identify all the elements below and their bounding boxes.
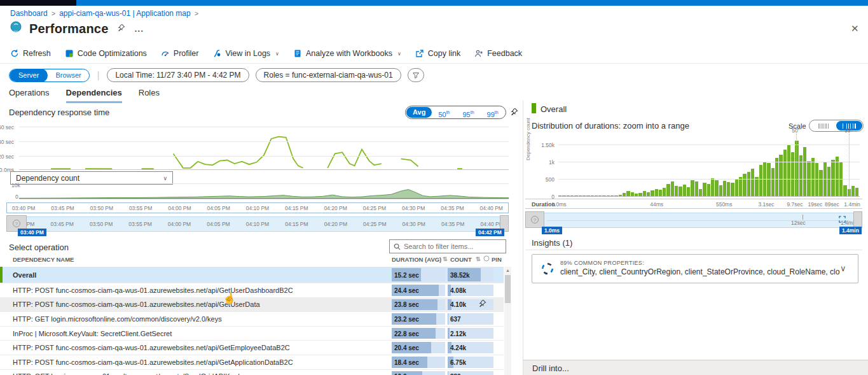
time-range-brush[interactable]: 03:40 PM03:45 PM03:50 PM03:55 PM04:00 PM…	[6, 216, 509, 232]
time-tick-label: 04:00 PM	[168, 205, 191, 211]
duration-tick-label: 89sec	[825, 201, 839, 208]
toolbar-code-optimizations-button[interactable]: Code Optimizations	[65, 49, 147, 58]
tab-dependencies[interactable]: Dependencies	[66, 88, 122, 103]
toggle-option-browser[interactable]: Browser	[48, 69, 88, 82]
tab-operations[interactable]: Operations	[9, 88, 50, 103]
response-gridline	[19, 156, 509, 157]
count-cell: 38.52k	[448, 268, 493, 281]
histogram-bar	[771, 168, 775, 197]
operations-table: Overall15.2 sec38.52kHTTP: POST func-cos…	[0, 267, 504, 375]
sort-count-icon[interactable]: ⇅	[476, 256, 481, 262]
time-tick-label: 03:45 PM	[50, 221, 73, 227]
insights-divider	[525, 250, 862, 250]
local-time-filter-pill[interactable]: Local Time: 11/27 3:40 PM - 4:42 PM	[107, 68, 249, 82]
table-row-http-get-kv-ciam-qa-wus-01-vault-azure-n[interactable]: HTTP: GET kv-ciam-qa-wus-01.vault.azure.…	[0, 370, 504, 375]
table-row-http-post-func-cosmos-ciam-qa-wus-01-azu[interactable]: HTTP: POST func-cosmos-ciam-qa-wus-01.az…	[0, 283, 504, 298]
pin-blade-icon[interactable]	[117, 23, 125, 34]
add-filter-button[interactable]	[408, 68, 424, 82]
tab-roles[interactable]: Roles	[139, 88, 160, 103]
toolbar-analyze-with-workbooks-button[interactable]: Analyze with Workbooks∨	[293, 49, 401, 58]
duration-brush-left-handle[interactable]: ?	[525, 211, 544, 228]
scale-toggle[interactable]	[809, 120, 864, 132]
histogram-ytick-label: 500	[535, 176, 555, 183]
search-input[interactable]	[404, 243, 502, 250]
insight-card[interactable]: 89% COMMON PROPERTIES: client_City, clie…	[532, 254, 858, 283]
pin-chart-icon[interactable]	[510, 107, 518, 118]
close-icon[interactable]: ✕	[851, 23, 859, 34]
range-end-badge[interactable]: 04:42 PM	[476, 229, 504, 236]
code-optimizations-icon	[65, 49, 74, 58]
histogram-bar	[755, 177, 758, 196]
column-duration[interactable]: DURATION (AVG)	[392, 256, 441, 263]
server-browser-toggle[interactable]: Server Browser	[9, 69, 90, 82]
dependency-count-chart[interactable]	[19, 183, 509, 199]
metric-selector-dropdown[interactable]: Dependency count ∨	[10, 171, 173, 185]
count-cell: 2.12k	[448, 328, 493, 339]
agg-option-99th[interactable]: 99th	[481, 107, 505, 118]
expand-range-icon[interactable]	[838, 215, 846, 226]
duration-range-brush[interactable]: 12sec 1.4min	[525, 213, 862, 228]
window-top-strip	[0, 0, 868, 6]
histogram-bar	[719, 185, 722, 196]
histogram-bar	[815, 163, 818, 196]
agg-option-50th[interactable]: 50th	[432, 107, 456, 118]
table-row-http-post-func-cosmos-ciam-qa-wus-01-azu[interactable]: HTTP: POST func-cosmos-ciam-qa-wus-01.az…	[0, 355, 504, 370]
page-title: Performance	[29, 22, 108, 36]
more-options-icon[interactable]: ...	[134, 24, 144, 34]
scrollbar-thumb[interactable]	[505, 275, 511, 303]
breadcrumb-link-dashboard[interactable]: Dashboard	[10, 9, 48, 18]
time-tick-label: 04:35 PM	[441, 221, 464, 227]
toolbar-copy-link-button[interactable]: Copy link	[415, 49, 460, 58]
column-dependency-name[interactable]: DEPENDENCY NAME	[13, 256, 74, 263]
duration-value: 20.4 sec	[394, 344, 419, 351]
duration-value: 15.2 sec	[394, 271, 419, 278]
agg-option-avg[interactable]: Avg	[406, 107, 432, 118]
scrollbar-up-icon[interactable]: ▲	[504, 267, 511, 274]
time-tick-label: 03:50 PM	[90, 205, 113, 211]
table-scrollbar[interactable]: ▲	[504, 267, 511, 375]
duration-brush-right-handle[interactable]	[853, 211, 862, 228]
toolbar-feedback-button[interactable]: Feedback	[474, 49, 522, 58]
dependency-name: HTTP: POST func-cosmos-ciam-qa-wus-01.az…	[13, 283, 382, 297]
table-row-inproc-microsoft-keyvault-secretclient-g[interactable]: InProc | Microsoft.KeyVault: SecretClien…	[0, 327, 504, 341]
column-pin[interactable]: PIN	[492, 256, 502, 263]
breadcrumb-link-appi-ciam-qa-wus-01-application-map[interactable]: appi-ciam-qa-wus-01 | Application map	[59, 9, 191, 18]
count-cell: 4.24k	[448, 342, 493, 353]
insight-chevron-down-icon[interactable]: ∨	[840, 264, 846, 273]
brush-reset-icon[interactable]: ?	[13, 220, 20, 227]
range-start-badge[interactable]: 03:40 PM	[18, 229, 46, 236]
histogram-bar	[836, 157, 839, 196]
duration-brush-reset-icon[interactable]: ?	[531, 216, 539, 223]
table-row-overall[interactable]: Overall15.2 sec38.52k	[0, 267, 504, 283]
toolbar-profiler-button[interactable]: Profiler	[161, 49, 199, 58]
dependency-name: HTTP: POST func-cosmos-ciam-qa-wus-01.az…	[13, 341, 382, 355]
table-row-http-post-func-cosmos-ciam-qa-wus-01-azu[interactable]: HTTP: POST func-cosmos-ciam-qa-wus-01.az…	[0, 341, 504, 355]
time-tick-label: 04:20 PM	[324, 205, 347, 211]
duration-histogram[interactable]: 50th99th	[558, 134, 860, 196]
time-tick-label: 04:05 PM	[207, 221, 230, 227]
sort-duration-icon[interactable]: ⇅	[443, 256, 448, 262]
count-value: 2.12k	[450, 330, 466, 337]
toggle-option-server[interactable]: Server	[10, 69, 48, 82]
legend-swatch	[532, 103, 536, 113]
toolbar-label: Copy link	[428, 49, 460, 58]
toolbar-view-in-logs-button[interactable]: View in Logs∨	[212, 49, 279, 58]
table-row-http-get-login-microsoftonline-com-commo[interactable]: HTTP: GET login.microsoftonline.com/comm…	[0, 312, 504, 327]
duration-range-end-badge[interactable]: 1.4min	[839, 227, 862, 234]
column-count[interactable]: COUNT	[450, 256, 472, 263]
duration-range-start-badge[interactable]: 1.0ms	[542, 227, 562, 234]
unpin-all-icon[interactable]	[483, 255, 490, 263]
time-axis: 03:40 PM03:45 PM03:50 PM03:55 PM04:00 PM…	[6, 202, 509, 213]
pin-row-icon[interactable]	[478, 299, 486, 310]
duration-cell: 18.4 sec	[392, 357, 445, 368]
response-time-chart[interactable]: 60 sec40 sec20 sec0.0ms	[19, 124, 509, 171]
agg-option-95th[interactable]: 95th	[456, 107, 480, 118]
search-box[interactable]	[389, 239, 506, 253]
command-bar: RefreshCode OptimizationsProfilerView in…	[10, 46, 522, 61]
toolbar-refresh-button[interactable]: Refresh	[10, 49, 51, 58]
roles-filter-pill[interactable]: Roles = func-external-ciam-qa-wus-01	[256, 68, 401, 82]
scale-linear-option[interactable]	[810, 121, 836, 131]
duration-cell: 23.8 sec	[392, 299, 445, 311]
time-tick-label: 03:40 PM	[12, 205, 35, 211]
table-row-http-post-func-cosmos-ciam-qa-wus-01-azu[interactable]: HTTP: POST func-cosmos-ciam-qa-wus-01.az…	[0, 298, 504, 313]
